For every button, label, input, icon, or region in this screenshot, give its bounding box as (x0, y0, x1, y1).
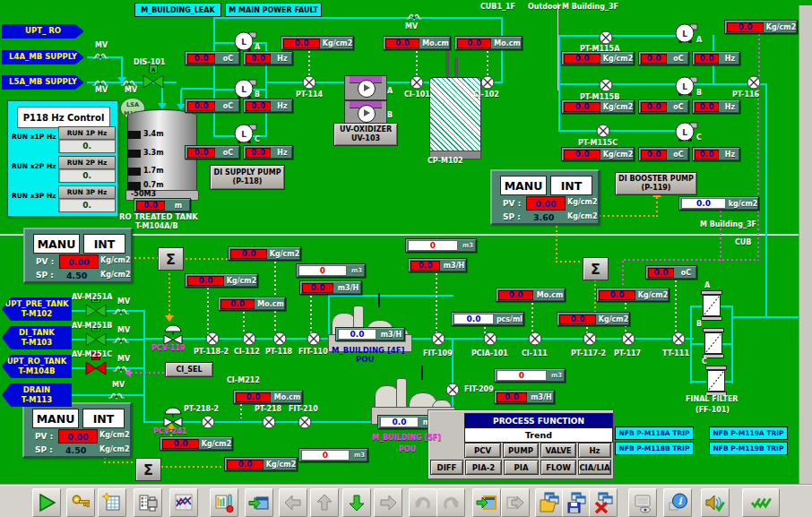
sp-value[interactable]: 4.50 (65, 445, 86, 455)
valve-mv[interactable] (108, 390, 125, 400)
sensor-CI-112 (242, 332, 256, 346)
pf-button-pump[interactable]: PUMP (503, 443, 539, 458)
run-hz-button[interactable]: RUN 1P Hz (58, 126, 116, 140)
display-value: 0.0 (220, 299, 255, 309)
manu-button[interactable]: MANU (500, 176, 547, 195)
process-function-panel: PROCESS FUNCTIONTrendPCVPUMPVALVEHzDIFFP… (428, 409, 614, 479)
sp-value[interactable]: 4.50 (66, 271, 87, 280)
toolbar-button-alarm-ack[interactable] (701, 488, 730, 517)
pf-button-pia[interactable]: PIA (504, 460, 539, 475)
nav-label-text: UPT_RO_TANK (7, 357, 67, 366)
toolbar-button-open[interactable] (535, 488, 564, 517)
pf-button-flow[interactable]: FLOW (540, 460, 576, 475)
display-value: 0.0 (498, 290, 533, 300)
pf-button-pcv[interactable]: PCV (464, 443, 501, 458)
pf-button-diff[interactable]: DIFF (430, 460, 463, 475)
valve-AV-M251B[interactable] (85, 332, 107, 347)
valve-PCV-119[interactable] (163, 323, 183, 345)
display-value[interactable]: 0.0 (338, 329, 376, 340)
int-button[interactable]: INT (83, 234, 125, 254)
tank-level-label: 3.4m (143, 130, 164, 138)
valve-mv[interactable] (112, 334, 130, 344)
toolbar-button-undo[interactable] (409, 488, 437, 517)
toolbar-button-report[interactable] (134, 488, 162, 517)
uv-oxidizer-unit[interactable] (344, 100, 387, 125)
display-unit: m3/H (378, 331, 404, 339)
value-display-m3H[interactable]: 0.0m3/H (335, 327, 405, 341)
valve-PCV-241[interactable] (163, 406, 183, 427)
valve-mv[interactable] (91, 50, 109, 60)
toolbar-button-recipe[interactable] (98, 488, 126, 517)
nav-label-upt-ro-tank[interactable]: UPT_RO_TANKT-M104B (2, 355, 72, 378)
pump-A[interactable]: L (675, 23, 698, 44)
run-hz-value[interactable]: 0. (58, 198, 116, 212)
toolbar-button-nav-left[interactable] (279, 488, 307, 517)
button-ci-sel[interactable]: CI_SEL (165, 362, 213, 377)
sp-value[interactable]: 3.60 (533, 212, 554, 222)
nav-label-upt-ro[interactable]: UPT_ RO (2, 24, 84, 39)
valve-AV-M251A[interactable] (85, 304, 107, 318)
pf-button-hz[interactable]: Hz (578, 443, 611, 458)
totalizer-sigma-button[interactable]: Σ (158, 247, 184, 271)
button-di-booster-pump[interactable]: DI BOOSTER PUMP(P-119) (615, 172, 697, 195)
button-uv-oxidizer[interactable]: UV-OXIDIZERUV-103 (333, 123, 398, 146)
run-hz-button[interactable]: RUN 2P Hz (58, 156, 116, 169)
valve-mv[interactable] (112, 363, 130, 373)
nav-label-l4a-mb-supply[interactable]: L4A_MB SUPPLY (2, 50, 84, 65)
button-di-supply-pump[interactable]: DI SUPPLY PUMP(P-118) (210, 165, 285, 190)
value-display-pcsml[interactable]: 0.0pcs/ml (451, 312, 524, 326)
toolbar-button-window-enter[interactable] (472, 488, 501, 517)
toolbar-button-key[interactable] (66, 488, 95, 517)
display-value[interactable]: 0.0 (380, 417, 419, 427)
toolbar-button-templog[interactable] (210, 488, 238, 517)
valve-mv[interactable] (405, 11, 423, 21)
toolbar-button-nav-right[interactable] (374, 488, 402, 517)
display-value[interactable]: 0.0 (454, 314, 494, 324)
toolbar-button-monitor[interactable] (628, 488, 657, 517)
pf-button-valve[interactable]: VALVE (540, 443, 576, 458)
trend-button[interactable]: Trend (464, 427, 613, 443)
value-display-Mocm: 0.0Mo.cm (454, 36, 523, 50)
toolbar-button-run[interactable] (32, 488, 61, 517)
nav-label-di-tank[interactable]: DI_TANKT-M103 (2, 326, 72, 349)
nav-label-upt-pre-tank[interactable]: UPT_PRE_TANKT-M102 (2, 297, 72, 321)
run-hz-button[interactable]: RUN 3P Hz (58, 185, 116, 199)
toolbar-button-redo[interactable] (436, 488, 465, 517)
run-hz-value[interactable]: 0. (58, 139, 116, 153)
text-label: M_BUILDING [5F] (372, 434, 441, 442)
manu-button[interactable]: MANU (32, 409, 79, 428)
run-hz-value[interactable]: 0. (58, 168, 116, 183)
pump-C[interactable]: L (675, 122, 698, 142)
uv-oxidizer-unit[interactable] (344, 75, 387, 100)
pump-B[interactable]: L (675, 76, 698, 97)
text-label: AV-M251C (72, 350, 112, 358)
nav-label-drain[interactable]: DRAINT-M113 (2, 383, 72, 407)
valve-AV-M251C[interactable] (85, 361, 107, 375)
totalizer-sigma-button[interactable]: Σ (135, 458, 161, 481)
toolbar-button-ack-all[interactable] (742, 488, 780, 517)
pipe (558, 130, 677, 132)
manu-button[interactable]: MANU (33, 234, 80, 254)
toolbar-button-close[interactable] (589, 488, 618, 517)
nav-label-l5a-mb-supply[interactable]: L5A_MB SUPPLY (2, 75, 84, 90)
toolbar-button-info[interactable]: i (663, 488, 692, 517)
display-value: 0.0 (283, 39, 320, 48)
text-label: CP-M102 (428, 157, 463, 165)
valve-mv[interactable] (112, 306, 130, 315)
toolbar-button-nav-down[interactable] (342, 488, 371, 517)
pump-letter: C (255, 135, 260, 143)
value-display-kgcm2[interactable]: 0.0kg/cm2 (678, 196, 759, 211)
toolbar-button-nav-up[interactable] (310, 488, 339, 517)
valve-DIS-101[interactable] (143, 74, 164, 89)
totalizer-sigma-button[interactable]: Σ (583, 257, 609, 280)
pf-button-cia-lia[interactable]: CIA/LIA (578, 460, 611, 475)
pf-button-pia-2[interactable]: PIA-2 (465, 460, 502, 475)
pid-faceplate: MANUINTPV :0.00Kg/cm2SP :3.60Kg/cm2 (490, 169, 600, 225)
toolbar-button-trend[interactable] (169, 488, 198, 517)
toolbar-button-save[interactable] (562, 488, 591, 517)
toolbar-button-window-in[interactable] (245, 488, 273, 517)
int-button[interactable]: INT (82, 409, 125, 428)
display-value[interactable]: 0.0 (681, 198, 726, 209)
toolbar-button-window-next[interactable] (501, 488, 530, 517)
int-button[interactable]: INT (550, 176, 592, 195)
